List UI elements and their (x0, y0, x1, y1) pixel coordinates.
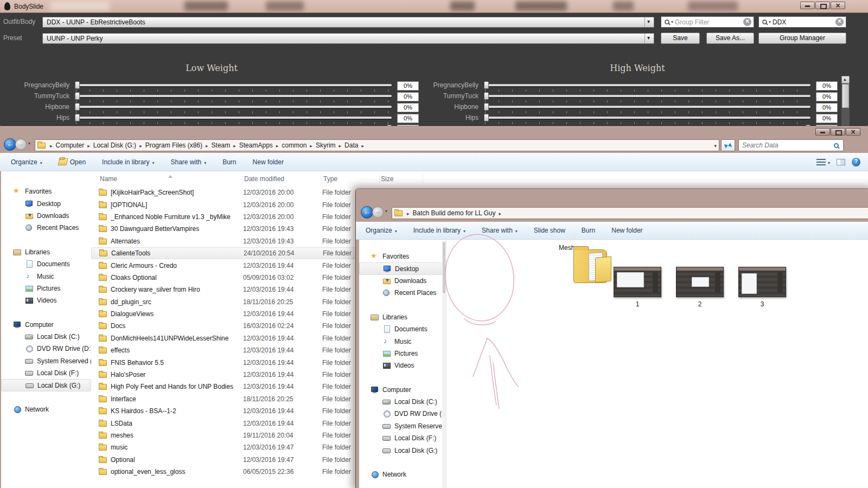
meshes-folder-tile[interactable]: Meshes (540, 242, 601, 252)
history-chevron-icon[interactable] (385, 209, 387, 221)
sidebar-item[interactable]: DVD RW Drive (D:) G (1, 343, 91, 355)
slider-thumb[interactable] (75, 103, 80, 111)
slider-value[interactable]: 0% (816, 92, 838, 101)
column-header-date[interactable]: Date modified (243, 174, 322, 184)
breadcrumb-item[interactable]: SteamApps (239, 142, 282, 149)
sidebar-item[interactable]: Local Disk (C:) (359, 396, 446, 408)
slider-track[interactable] (75, 92, 392, 103)
slider-value[interactable]: 0% (397, 114, 419, 123)
breadcrumb-item[interactable]: Computer (56, 142, 93, 149)
toolbar-button[interactable]: Share with (170, 158, 206, 166)
toolbar-button[interactable]: Include in library (413, 227, 465, 234)
outfit-filter-search[interactable] (758, 16, 846, 28)
sidebar-item[interactable]: Music (359, 335, 446, 347)
preview-pane-icon[interactable] (837, 159, 845, 165)
column-header-type[interactable]: Type (322, 174, 380, 184)
sidebar-item[interactable]: Computer (1, 319, 91, 331)
sidebar-item[interactable]: Music (1, 270, 91, 282)
breadcrumb-item[interactable]: Batch Build demo for LL Guy (413, 209, 505, 217)
toolbar-button[interactable]: Share with (482, 227, 518, 234)
sidebar-item[interactable]: Local Disk (G:) (1, 379, 91, 391)
slider-value[interactable]: 0% (397, 81, 419, 91)
breadcrumb[interactable]: Computer Local Disk (G:) Program Files (… (35, 139, 719, 151)
outfit-filter-input[interactable] (773, 18, 835, 26)
sidebar-item[interactable]: Favorites (1, 185, 91, 197)
slider-track[interactable] (484, 103, 810, 114)
maximize-button[interactable] (831, 128, 845, 136)
sidebar-item[interactable]: Recent Places (359, 287, 446, 299)
sidebar-item[interactable]: System Reserved (E:) (359, 420, 446, 432)
sidebar-item[interactable]: Pictures (1, 282, 91, 294)
breadcrumb-item[interactable]: Data (344, 142, 367, 149)
sidebar-item[interactable]: Desktop (359, 262, 446, 274)
sidebar-item[interactable]: Favorites (359, 251, 446, 262)
sidebar-item[interactable]: Libraries (1, 246, 91, 258)
sidebar-item[interactable]: Local Disk (C:) (1, 331, 91, 343)
search-input[interactable] (742, 142, 833, 149)
slider-value[interactable]: 0% (397, 92, 419, 101)
sidebar-item[interactable]: Local Disk (F:) (1, 367, 91, 379)
toolbar-button[interactable]: Open (59, 158, 86, 166)
toolbar-button[interactable]: New folder (253, 158, 284, 166)
slider-thumb[interactable] (484, 81, 489, 89)
slider-value[interactable]: 0% (816, 114, 838, 123)
forward-button[interactable] (372, 207, 384, 218)
slider-thumb[interactable] (75, 81, 80, 89)
toolbar-button[interactable]: Burn (582, 227, 595, 234)
sidebar-item[interactable]: Local Disk (G:) (359, 444, 446, 456)
sidebar-item[interactable]: Pictures (359, 348, 446, 359)
group-manager-button[interactable]: Group Manager (758, 33, 846, 44)
sidebar-item[interactable]: Local Disk (F:) (359, 432, 446, 444)
minimize-button[interactable] (800, 2, 815, 9)
breadcrumb-item[interactable]: Skyrim (316, 142, 344, 149)
sidebar-item[interactable]: Network (1, 403, 91, 415)
maximize-button[interactable] (815, 2, 830, 9)
back-button[interactable] (361, 206, 373, 219)
breadcrumb[interactable]: Batch Build demo for LL Guy (392, 207, 868, 219)
save-button[interactable]: Save (661, 33, 700, 44)
slider-track[interactable] (484, 92, 810, 103)
preset-dropdown[interactable]: UUNP - UNP Perky (42, 33, 654, 44)
clear-icon[interactable] (743, 18, 751, 26)
address-dropdown-icon[interactable] (714, 142, 717, 149)
close-button[interactable] (831, 2, 845, 9)
toolbar-button[interactable]: Include in library (102, 158, 154, 166)
toolbar-button[interactable]: Organize (366, 227, 397, 234)
breadcrumb-item[interactable]: Local Disk (G:) (93, 142, 145, 149)
search-box[interactable] (738, 139, 844, 151)
toolbar-button[interactable]: Slide show (534, 227, 565, 234)
breadcrumb-item[interactable]: Program Files (x86) (145, 142, 212, 149)
sidebar-item[interactable]: Documents (359, 323, 446, 335)
breadcrumb-item[interactable]: Steam (212, 142, 239, 149)
scrollbar[interactable] (442, 241, 446, 488)
group-filter-input[interactable] (675, 18, 743, 26)
scroll-up-icon[interactable] (841, 76, 850, 84)
sidebar-item[interactable]: Documents (1, 258, 91, 270)
sidebar-item[interactable]: Downloads (1, 210, 91, 222)
slider-thumb[interactable] (75, 114, 80, 121)
sidebar-item[interactable]: DVD RW Drive (D:) G (359, 408, 446, 420)
slider-track[interactable] (75, 81, 392, 92)
slider-value[interactable]: 0% (816, 81, 838, 91)
slider-thumb[interactable] (484, 114, 489, 121)
scrollbar-thumb[interactable] (842, 84, 849, 108)
slider-thumb[interactable] (75, 92, 80, 100)
slider-track[interactable] (75, 103, 392, 114)
slider-value[interactable]: 0% (397, 103, 419, 112)
column-header-size[interactable]: Size (380, 174, 423, 184)
toolbar-button[interactable]: New folder (611, 227, 642, 234)
change-view-icon[interactable] (816, 159, 826, 165)
sidebar-item[interactable]: Recent Places (1, 222, 91, 234)
slider-thumb[interactable] (484, 103, 489, 111)
image-thumbnail[interactable]: 1 (613, 267, 662, 308)
clear-icon[interactable] (835, 18, 844, 26)
sidebar-item[interactable]: Videos (359, 359, 446, 371)
sidebar-item[interactable]: Downloads (359, 275, 446, 287)
slider-track[interactable] (484, 81, 810, 92)
breadcrumb-item[interactable]: common (282, 142, 316, 149)
column-header-name[interactable]: Name (99, 174, 243, 184)
sidebar-item[interactable]: System Reserved (E:) (1, 355, 91, 367)
toolbar-button[interactable]: Organize (11, 158, 42, 166)
toolbar-button[interactable]: Burn (222, 158, 236, 166)
sidebar-item[interactable]: Desktop (1, 197, 91, 209)
